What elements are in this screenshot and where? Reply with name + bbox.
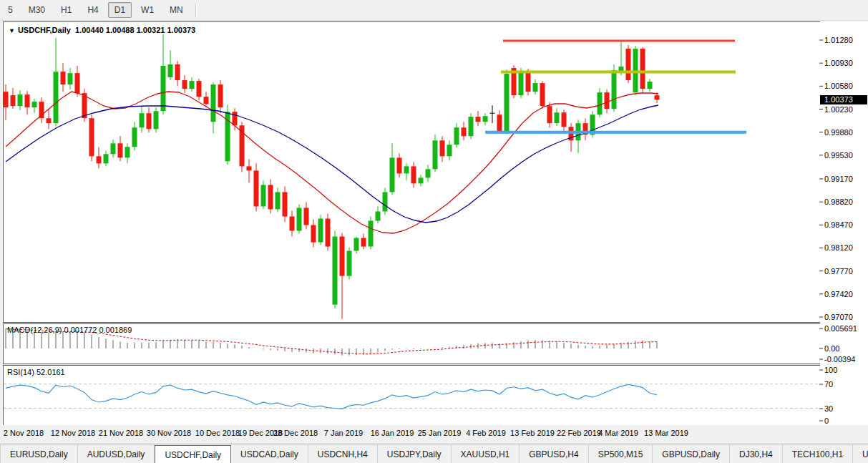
date-label: 21 Nov 2018 (99, 429, 143, 437)
price-tick-label: 0.98470 (824, 220, 853, 229)
date-label: 30 Nov 2018 (147, 429, 191, 437)
tab-usdcnh-h4[interactable]: USDCNH,H4 (308, 444, 378, 463)
price-tick-label: 0.97070 (824, 313, 853, 321)
tab-gbpusd-daily[interactable]: GBPUSD,Daily (653, 444, 730, 463)
rsi-value: 52.0161 (36, 368, 65, 376)
price-tick-label: 0.99880 (824, 128, 853, 137)
macd-axis-label: -0.00394 (824, 355, 855, 364)
tab-audusd-daily[interactable]: AUDUSD,Daily (78, 444, 155, 463)
date-label: 7 Jan 2019 (324, 429, 363, 437)
tab-gbpusd-h4[interactable]: GBPUSD,H4 (520, 444, 588, 463)
timeframe-button-h4[interactable]: H4 (81, 2, 104, 18)
macd-axis-label: 0.005691 (824, 324, 857, 333)
timeframe-button-d1[interactable]: D1 (108, 2, 132, 18)
chart-title: ▼USDCHF,Daily 1.00440 1.00488 1.00321 1.… (9, 26, 195, 34)
rsi-indicator-label: RSI(14) 52.0161 (7, 368, 65, 376)
chart-symbol: USDCHF,Daily (18, 26, 71, 34)
timeframe-button-w1[interactable]: W1 (135, 2, 160, 18)
toolbar-separator (195, 3, 197, 17)
tab-xauusd-h1[interactable]: XAUUSD,H1 (452, 444, 520, 463)
chart-tab-bar: EURUSD,DailyAUDUSD,DailyUSDCHF,DailyUSDC… (0, 444, 868, 463)
tab-usdjpy-daily[interactable]: USDJPY,Daily (378, 444, 452, 463)
tab-ukc[interactable]: UKC (853, 444, 868, 463)
current-price-badge: 1.00373 (820, 95, 867, 104)
date-axis[interactable]: 2 Nov 201812 Nov 201821 Nov 201830 Nov 2… (0, 425, 868, 442)
rsi-name: RSI(14) (7, 368, 34, 376)
timeframe-button-m30[interactable]: M30 (22, 2, 52, 18)
date-label: 2 Nov 2018 (4, 429, 44, 437)
tab-dj30-h4[interactable]: DJ30,H4 (730, 444, 783, 463)
rsi-axis-label: 0 (824, 416, 829, 425)
rsi-axis-label: 100 (824, 366, 837, 374)
timeframe-button-h1[interactable]: H1 (54, 2, 78, 18)
main-chart-panel[interactable] (3, 21, 821, 323)
price-tick-label: 1.00580 (824, 82, 853, 90)
price-tick-label: 1.00230 (824, 105, 853, 114)
price-tick-label: 0.97420 (824, 290, 853, 298)
rsi-axis-label: 70 (824, 380, 833, 389)
date-label: 22 Feb 2019 (557, 429, 601, 437)
macd-name: MACD(12,26,9) (7, 326, 62, 334)
macd-values: 0.001772 0.001869 (64, 326, 132, 334)
date-label: 25 Jan 2019 (418, 429, 462, 437)
timeframe-button-mn[interactable]: MN (163, 2, 190, 18)
rsi-axis-label: 30 (824, 404, 833, 413)
date-label: 4 Mar 2019 (598, 429, 638, 437)
price-tick-label: 0.99170 (824, 175, 853, 183)
date-label: 12 Nov 2018 (51, 429, 95, 437)
chart-ohlc-values: 1.00440 1.00488 1.00321 1.00373 (75, 26, 195, 34)
tab-tech100-h1[interactable]: TECH100,H1 (783, 444, 853, 463)
price-tick-label: 0.98120 (824, 243, 853, 252)
rsi-panel[interactable] (3, 365, 821, 427)
price-tick-label: 1.01280 (824, 36, 853, 44)
price-tick-label: 1.00930 (824, 59, 853, 67)
date-label: 28 Dec 2018 (273, 429, 318, 437)
tab-eurusd-daily[interactable]: EURUSD,Daily (1, 444, 78, 463)
tab-usdchf-daily[interactable]: USDCHF,Daily (155, 445, 231, 463)
tab-sp500-m15[interactable]: SP500,M15 (589, 444, 653, 463)
price-tick-label: 0.98820 (824, 198, 853, 206)
chart-dropdown-icon[interactable]: ▼ (9, 27, 15, 34)
date-label: 4 Feb 2019 (466, 429, 506, 437)
macd-axis-label: 0.00 (824, 344, 839, 353)
date-label: 13 Feb 2019 (510, 429, 555, 437)
timeframe-toolbar: 5M30H1H4D1W1MN (0, 0, 868, 21)
date-label: 10 Dec 2018 (195, 429, 240, 437)
price-tick-label: 0.97770 (824, 267, 853, 276)
macd-indicator-label: MACD(12,26,9) 0.001772 0.001869 (7, 326, 132, 334)
tab-usdcad-daily[interactable]: USDCAD,Daily (231, 444, 308, 463)
date-label: 16 Jan 2019 (371, 429, 414, 437)
price-tick-label: 0.99530 (824, 151, 853, 160)
timeframe-button-5[interactable]: 5 (1, 2, 19, 18)
date-label: 13 Mar 2019 (644, 429, 688, 437)
